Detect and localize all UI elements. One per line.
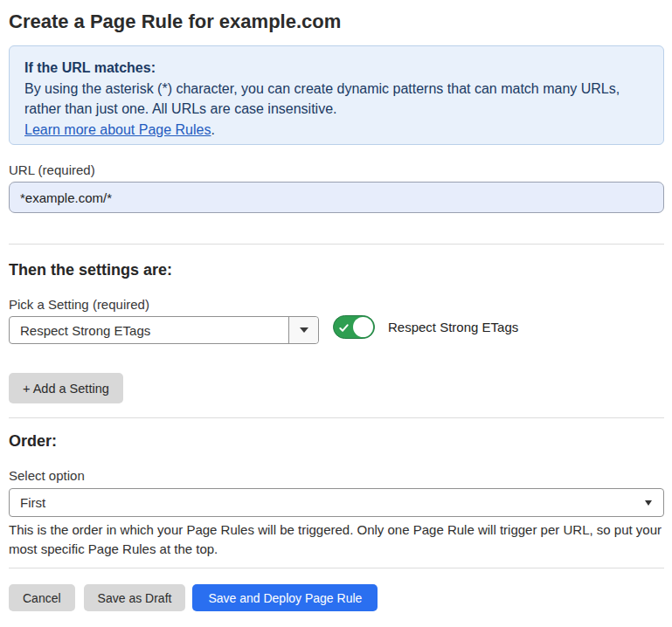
cancel-button[interactable]: Cancel: [9, 584, 75, 611]
save-draft-button[interactable]: Save as Draft: [84, 584, 186, 611]
page-title: Create a Page Rule for example.com: [9, 10, 664, 33]
info-box-text: By using the asterisk (*) character, you…: [24, 79, 648, 100]
pick-setting-label: Pick a Setting (required): [9, 297, 664, 313]
order-select-wrap: First: [9, 488, 664, 517]
actions-row: Cancel Save as Draft Save and Deploy Pag…: [9, 584, 664, 611]
toggle-wrap: Respect Strong ETags: [333, 315, 518, 339]
add-setting-button[interactable]: + Add a Setting: [9, 373, 123, 403]
setting-select[interactable]: Respect Strong ETags: [9, 316, 319, 344]
setting-select-arrow-button[interactable]: [288, 317, 318, 343]
chevron-down-icon: [645, 500, 652, 506]
settings-heading: Then the settings are:: [9, 260, 664, 279]
learn-more-link[interactable]: Learn more about Page Rules: [24, 122, 211, 137]
toggle-label: Respect Strong ETags: [388, 315, 518, 339]
setting-select-value: Respect Strong ETags: [10, 323, 288, 338]
divider: [9, 244, 664, 245]
link-suffix: .: [211, 122, 214, 137]
save-deploy-button[interactable]: Save and Deploy Page Rule: [192, 584, 378, 611]
info-box-text: rather than just one. All URLs are case …: [24, 99, 648, 120]
toggle-knob: [353, 317, 374, 338]
info-box-link-line: Learn more about Page Rules.: [24, 120, 648, 141]
divider: [9, 568, 664, 568]
check-icon: [339, 323, 349, 333]
create-page-rule-form: Create a Page Rule for example.com If th…: [0, 10, 672, 611]
chevron-down-icon: [300, 327, 308, 333]
setting-toggle[interactable]: [333, 315, 375, 339]
url-input[interactable]: [9, 182, 664, 213]
divider: [9, 417, 664, 418]
order-select-value: First: [10, 495, 645, 510]
order-help-text: This is the order in which your Page Rul…: [9, 520, 664, 558]
url-label: URL (required): [9, 162, 664, 178]
order-select[interactable]: First: [9, 488, 664, 517]
order-heading: Order:: [9, 431, 664, 451]
info-box-heading: If the URL matches:: [24, 58, 648, 79]
url-match-info-box: If the URL matches: By using the asteris…: [9, 45, 664, 145]
select-option-label: Select option: [9, 468, 664, 484]
setting-row: Respect Strong ETags Respect Strong ETag…: [9, 316, 664, 344]
